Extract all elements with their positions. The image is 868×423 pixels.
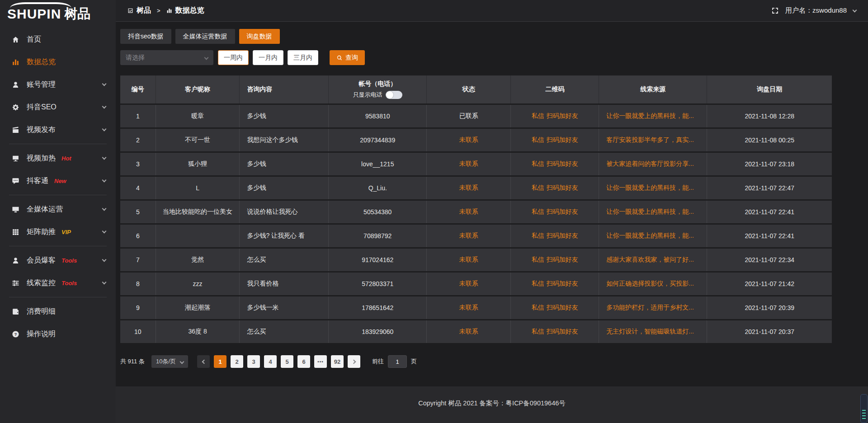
main-area: 树品 > 数据总览 用户名：zswodun88 抖音seo数据 全媒体运营数据 … [116,0,868,423]
filter-select-placeholder: 请选择 [126,54,145,62]
video-heat-icon [12,155,19,162]
goto-label: 前往 [372,357,384,366]
inquiry-date: 2021-11-07 22:41 [707,201,832,223]
sidebar-item[interactable]: 全媒体运营 [0,198,116,221]
period-button[interactable]: 三月内 [288,50,318,65]
account-phone: Q_Liu. [329,177,427,199]
page-button[interactable]: 5 [281,355,293,368]
chevron-down-icon [180,359,184,364]
sidebar-item[interactable]: 视频发布 [0,118,116,141]
scan-add-friend-link[interactable]: 扫码加好友 [547,280,578,287]
scan-add-friend-link[interactable]: 扫码加好友 [547,256,578,263]
period-button[interactable]: 一周内 [218,50,249,65]
sidebar-item[interactable]: 矩阵助推 VIP [0,221,116,243]
customer-nickname [156,225,240,247]
private-message-link[interactable]: 私信 [532,304,544,311]
private-message-link[interactable]: 私信 [532,112,544,119]
scan-add-friend-link[interactable]: 扫码加好友 [547,136,578,143]
row-id: 8 [120,273,156,295]
page-button[interactable]: ••• [314,355,327,368]
scan-add-friend-link[interactable]: 扫码加好友 [547,112,578,119]
customer-nickname: L [156,177,240,199]
scan-add-friend-link[interactable]: 扫码加好友 [547,184,578,191]
page-buttons: 1 2 3 4 5 6 ••• 92 [214,355,344,368]
row-id: 5 [120,201,156,223]
sidebar-item[interactable]: 会员爆客 Tools [0,249,116,272]
page-button[interactable]: 4 [264,355,277,368]
lead-source-link[interactable]: 让你一眼就爱上的黑科技，能... [606,208,694,215]
monitor-icon [12,206,19,213]
next-page-button[interactable] [348,355,360,368]
status-cell: 已联系 [427,105,511,127]
page-button[interactable]: 6 [297,355,310,368]
private-message-link[interactable]: 私信 [532,160,544,167]
lead-source-link[interactable]: 多功能护栏灯，适用于乡村文... [606,304,694,311]
user-menu[interactable]: 用户名：zswodun88 [771,6,856,15]
lead-source-link[interactable]: 被大家追着问的客厅投影分享... [606,160,694,167]
period-button[interactable]: 一月内 [253,50,283,65]
scan-add-friend-link[interactable]: 扫码加好友 [547,232,578,239]
row-id: 9 [120,296,156,319]
lead-source-cell: 多功能护栏灯，适用于乡村文... [599,296,707,319]
phone-only-toggle[interactable] [386,91,402,99]
footer: Copyright 树品 2021 备案号：粤ICP备09019646号 [116,386,868,423]
private-message-link[interactable]: 私信 [532,280,544,287]
status-badge: 未联系 [459,232,478,239]
sidebar-item[interactable]: 消费明细 [0,300,116,323]
lead-source-link[interactable]: 让你一眼就爱上的黑科技，能... [606,184,694,191]
scan-add-friend-link[interactable]: 扫码加好友 [547,304,578,311]
sidebar-item[interactable]: 抖客通 New [0,169,116,192]
private-message-link[interactable]: 私信 [532,232,544,239]
page-size-value: 10条/页 [156,357,176,366]
scan-add-friend-link[interactable]: 扫码加好友 [547,160,578,167]
scan-add-friend-link[interactable]: 扫码加好友 [547,328,578,335]
sidebar-item[interactable]: 抖音SEO [0,96,116,118]
page-size-select[interactable]: 10条/页 [151,355,188,368]
table-row: 6 多少钱? 让我死心 看 70898792 未联系 私信扫码加好友 让你一眼就… [120,225,832,247]
data-tab[interactable]: 全媒体运营数据 [175,29,235,44]
lead-source-link[interactable]: 客厅安装投影半年多了，真实... [606,136,694,143]
lead-source-link[interactable]: 让你一眼就爱上的黑科技，能... [606,232,694,239]
sidebar-item[interactable]: 线索监控 Tools [0,272,116,294]
page-button[interactable]: 92 [331,355,344,368]
sidebar-item[interactable]: 操作说明 [0,323,116,345]
page-button[interactable]: 2 [231,355,243,368]
private-message-link[interactable]: 私信 [532,256,544,263]
table-row: 3 狐小狸 多少钱 love__1215 未联系 私信扫码加好友 被大家追着问的… [120,153,832,175]
private-message-link[interactable]: 私信 [532,136,544,143]
inquiry-content: 多少钱一米 [240,296,329,319]
search-button[interactable]: 查询 [330,50,365,65]
sidebar-item[interactable]: 视频加热 Hot [0,147,116,169]
data-tab[interactable]: 抖音seo数据 [120,29,171,44]
table-row: 9 潮起潮落 多少钱一米 178651642 未联系 私信扫码加好友 多功能护栏… [120,296,832,319]
page-button[interactable]: 1 [214,355,226,368]
floating-widget[interactable] [860,394,868,423]
private-message-link[interactable]: 私信 [532,184,544,191]
customer-nickname: 36度 8 [156,320,240,343]
username-label: 用户名：zswodun88 [785,6,847,15]
sidebar-item[interactable]: 账号管理 [0,73,116,96]
private-message-link[interactable]: 私信 [532,328,544,335]
chevron-right-icon [351,359,356,364]
goto-page-input[interactable] [388,355,407,368]
private-message-link[interactable]: 私信 [532,208,544,215]
lead-source-link[interactable]: 如何正确选择投影仪，买投影... [606,280,694,287]
scan-add-friend-link[interactable]: 扫码加好友 [547,208,578,215]
prev-page-button[interactable] [197,355,210,368]
fullscreen-icon[interactable] [771,7,779,14]
filter-select[interactable]: 请选择 [120,50,213,65]
inquiry-date: 2021-11-07 20:37 [707,320,832,343]
lead-source-cell: 被大家追着问的客厅投影分享... [599,153,707,175]
data-tab[interactable]: 询盘数据 [239,29,280,44]
sidebar-item[interactable]: 首页 [0,28,116,51]
customer-nickname: zzz [156,273,240,295]
chevron-down-icon [102,206,107,211]
lead-source-link[interactable]: 无主灯设计，智能磁吸轨道灯... [606,328,694,335]
lead-source-link[interactable]: 让你一眼就爱上的黑科技，能... [606,112,694,119]
header-account: 帐号（电话） 只显示电话 [329,75,427,103]
lead-source-link[interactable]: 感谢大家喜欢我家，被问了好... [606,256,694,263]
breadcrumb-item[interactable]: 树品 [137,6,151,15]
sidebar-item[interactable]: 数据总览 [0,51,116,73]
page-button[interactable]: 3 [247,355,260,368]
breadcrumb-item[interactable]: 数据总览 [175,6,204,15]
